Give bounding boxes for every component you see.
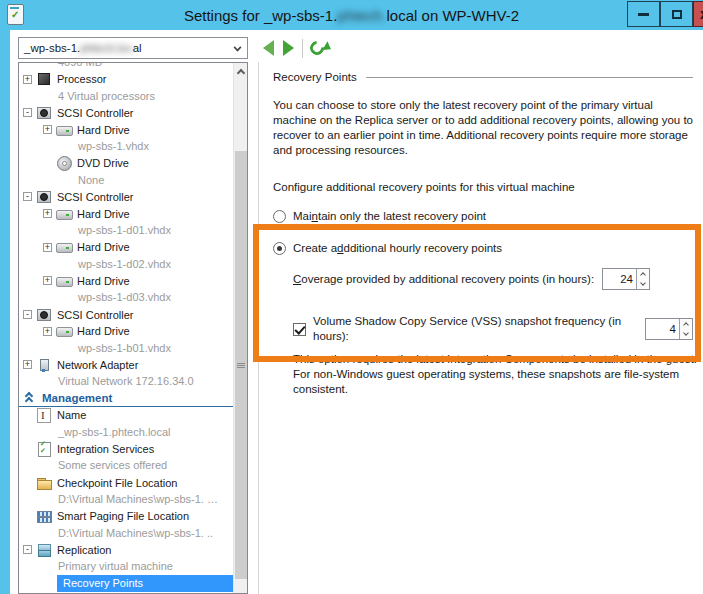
- checkpoint-folder-icon: [36, 475, 52, 491]
- tree-item-sublabel: wp-sbs-1-d01.vhdx: [19, 222, 233, 239]
- expand-icon[interactable]: +: [23, 75, 32, 84]
- tree-item-label: Recovery Points: [63, 577, 143, 589]
- tree-item-label: Hard Drive: [77, 208, 130, 220]
- titlebar: Settings for _wp-sbs-1.phtech.local on W…: [0, 0, 703, 30]
- integration-services-icon: [36, 441, 52, 457]
- expand-icon[interactable]: +: [43, 327, 52, 336]
- expand-icon[interactable]: +: [43, 243, 52, 252]
- collapse-icon[interactable]: -: [23, 545, 32, 554]
- coverage-hours-value[interactable]: 24: [603, 269, 636, 289]
- collapse-section-icon[interactable]: [25, 393, 35, 403]
- coverage-label: Coverage provided by additional recovery…: [293, 272, 594, 287]
- vss-hours-value[interactable]: 4: [646, 319, 679, 339]
- navigate-forward-button[interactable]: [283, 40, 294, 56]
- tree-item-sublabel: 4 Virtual processors: [19, 88, 233, 105]
- tree-item-name[interactable]: Name: [19, 407, 233, 424]
- tree-item-replication[interactable]: - Replication: [19, 541, 233, 558]
- tree-item-sublabel: wp-sbs-1-b01.vhdx: [19, 340, 233, 357]
- scrollbar-grip-icon: [237, 363, 245, 368]
- tree-item-processor[interactable]: + Processor: [19, 71, 233, 88]
- maintain-latest-radio-label[interactable]: Maintain only the latest recovery point: [293, 209, 486, 224]
- tree-item-integration-services[interactable]: Integration Services: [19, 441, 233, 458]
- tree-item-label: Hard Drive: [77, 275, 130, 287]
- tree-item-sublabel: wp-sbs-1.vhdx: [19, 138, 233, 155]
- create-additional-radio-label[interactable]: Create addditional hourly recovery point…: [293, 241, 502, 256]
- vss-label[interactable]: Volume Shadow Copy Service (VSS) snapsho…: [313, 314, 645, 344]
- expand-icon[interactable]: +: [43, 276, 52, 285]
- scsi-controller-icon: [36, 189, 52, 205]
- create-additional-radio-row[interactable]: Create addditional hourly recovery point…: [273, 241, 695, 256]
- label-segment: tain only the latest recovery point: [318, 210, 486, 222]
- replication-icon: [36, 542, 52, 558]
- tree-item-sublabel: wp-sbs-1-d02.vhdx: [19, 256, 233, 273]
- heading-rule: [366, 77, 693, 78]
- close-button[interactable]: x: [693, 1, 703, 27]
- settings-app-icon: [7, 4, 24, 25]
- window-title-redacted: phtech.: [337, 7, 386, 24]
- processor-icon: [36, 71, 52, 87]
- tree-item-hard-drive-1[interactable]: + Hard Drive: [19, 121, 233, 138]
- hard-drive-icon: [56, 323, 72, 339]
- vm-selector-dropdown[interactable]: _wp-sbs-1.phtech.local: [18, 37, 248, 59]
- coverage-hours-spinner[interactable]: 24: [602, 268, 650, 290]
- window-title-pre: Settings for _wp-sbs-1.: [184, 7, 337, 24]
- scrollbar-thumb[interactable]: [235, 151, 247, 579]
- maintain-latest-radio-row[interactable]: Maintain only the latest recovery point: [273, 209, 695, 224]
- hard-drive-icon: [56, 122, 72, 138]
- tree-item-checkpoint-file-location[interactable]: Checkpoint File Location: [19, 474, 233, 491]
- vss-hours-spinner[interactable]: 4: [645, 318, 693, 340]
- tree-item-dvd-drive[interactable]: DVD Drive: [19, 155, 233, 172]
- tree-item-hard-drive-d03[interactable]: + Hard Drive: [19, 273, 233, 290]
- radio-selected-icon[interactable]: [273, 242, 286, 255]
- vss-checkbox[interactable]: [293, 323, 306, 336]
- spin-down-button[interactable]: [680, 329, 692, 339]
- tree-item-hard-drive-b01[interactable]: + Hard Drive: [19, 323, 233, 340]
- spin-up-button[interactable]: [680, 319, 692, 329]
- tree-item-sublabel: Virtual Network 172.16.34.0: [19, 373, 233, 390]
- collapse-icon[interactable]: -: [23, 108, 32, 117]
- tree-scrollbar[interactable]: [233, 63, 247, 593]
- tree-item-scsi-controller-3[interactable]: - SCSI Controller: [19, 306, 233, 323]
- radio-unselected-icon[interactable]: [273, 210, 286, 223]
- window-left-border: [0, 30, 10, 594]
- scroll-up-button[interactable]: [234, 63, 248, 79]
- expand-icon[interactable]: +: [43, 209, 52, 218]
- tree-item-label: Smart Paging File Location: [57, 510, 189, 522]
- expand-icon[interactable]: +: [43, 125, 52, 134]
- navigate-back-button[interactable]: [263, 40, 274, 56]
- chevron-up-icon: [237, 68, 245, 76]
- chevron-down-icon: [640, 280, 646, 286]
- collapse-icon[interactable]: -: [23, 192, 32, 201]
- tree-item-hard-drive-d02[interactable]: + Hard Drive: [19, 239, 233, 256]
- tree-item-label: Network Adapter: [57, 359, 138, 371]
- tree-item-label: Integration Services: [57, 443, 154, 455]
- configure-label: Configure additional recovery points for…: [273, 180, 695, 195]
- scsi-controller-icon: [36, 105, 52, 121]
- minimize-button[interactable]: [627, 1, 660, 27]
- tree-item-scsi-controller-1[interactable]: - SCSI Controller: [19, 105, 233, 122]
- spin-down-button[interactable]: [637, 279, 649, 289]
- tree-section-management[interactable]: Management: [19, 390, 233, 407]
- tree-item-smart-paging-file-location[interactable]: Smart Paging File Location: [19, 508, 233, 525]
- collapse-icon[interactable]: -: [23, 310, 32, 319]
- coverage-row: Coverage provided by additional recovery…: [273, 268, 695, 290]
- refresh-button[interactable]: [307, 38, 327, 58]
- vm-selector-redacted: phtech.loc: [80, 42, 132, 54]
- label-segment: overage provided by additional recovery …: [301, 273, 594, 285]
- spin-up-button[interactable]: [637, 269, 649, 279]
- tree-item-recovery-points[interactable]: Recovery Points: [57, 575, 233, 592]
- hard-drive-icon: [56, 206, 72, 222]
- tree-item-scsi-controller-2[interactable]: - SCSI Controller: [19, 189, 233, 206]
- tree-item-sublabel: D:\Virtual Machines\wp-sbs-1. …: [19, 491, 233, 508]
- expand-icon[interactable]: +: [23, 360, 32, 369]
- tree-item-label: Processor: [57, 73, 107, 85]
- maximize-button[interactable]: [660, 1, 693, 27]
- tree-item-hard-drive-d01[interactable]: + Hard Drive: [19, 205, 233, 222]
- hard-drive-icon: [56, 239, 72, 255]
- tree-clipped-text: 4096 MB: [58, 63, 233, 70]
- tree-item-network-adapter[interactable]: + Network Adapter: [19, 357, 233, 374]
- tree-item-label: Hard Drive: [77, 124, 130, 136]
- hard-drive-icon: [56, 273, 72, 289]
- tree-item-label: SCSI Controller: [57, 309, 133, 321]
- vss-row: Volume Shadow Copy Service (VSS) snapsho…: [273, 314, 695, 344]
